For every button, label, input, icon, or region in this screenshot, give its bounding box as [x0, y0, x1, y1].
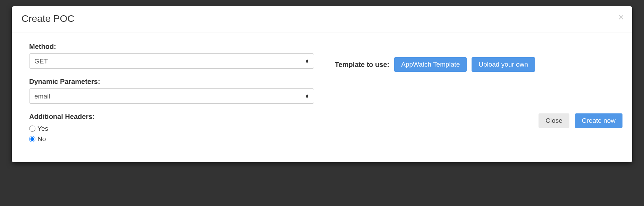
method-select-wrap: GET ▲▼ [29, 53, 314, 69]
dynamic-params-label: Dynamic Parameters: [29, 78, 314, 86]
modal-title: Create POC [22, 13, 622, 24]
radio-item-yes[interactable]: Yes [29, 125, 314, 132]
radio-yes-label: Yes [37, 125, 48, 132]
dynamic-params-select-wrap: email ▲▼ [29, 88, 314, 104]
close-button[interactable]: Close [539, 113, 569, 128]
additional-headers-label: Additional Headers: [29, 113, 314, 121]
create-now-button[interactable]: Create now [575, 113, 622, 128]
template-row: Template to use: AppWatch Template Uploa… [335, 57, 622, 72]
modal-footer: Close Create now [335, 113, 622, 128]
form-right-column: Template to use: AppWatch Template Uploa… [314, 43, 622, 146]
form-left-column: Method: GET ▲▼ Dynamic Parameters: email… [29, 43, 314, 146]
modal-header: Create POC × [12, 6, 632, 33]
modal-body: Method: GET ▲▼ Dynamic Parameters: email… [12, 33, 632, 156]
radio-no-label: No [37, 135, 46, 143]
radio-yes[interactable] [29, 126, 35, 132]
additional-headers-radio-group: Yes No [29, 125, 314, 143]
close-icon[interactable]: × [618, 12, 624, 22]
create-poc-modal: Create POC × Method: GET ▲▼ Dynamic Para… [12, 6, 632, 162]
template-label: Template to use: [335, 61, 389, 69]
radio-item-no[interactable]: No [29, 135, 314, 143]
appwatch-template-button[interactable]: AppWatch Template [394, 57, 467, 72]
method-select[interactable]: GET [29, 53, 314, 69]
upload-your-own-button[interactable]: Upload your own [472, 57, 535, 72]
method-label: Method: [29, 43, 314, 51]
radio-no[interactable] [29, 136, 35, 142]
dynamic-params-select[interactable]: email [29, 88, 314, 104]
